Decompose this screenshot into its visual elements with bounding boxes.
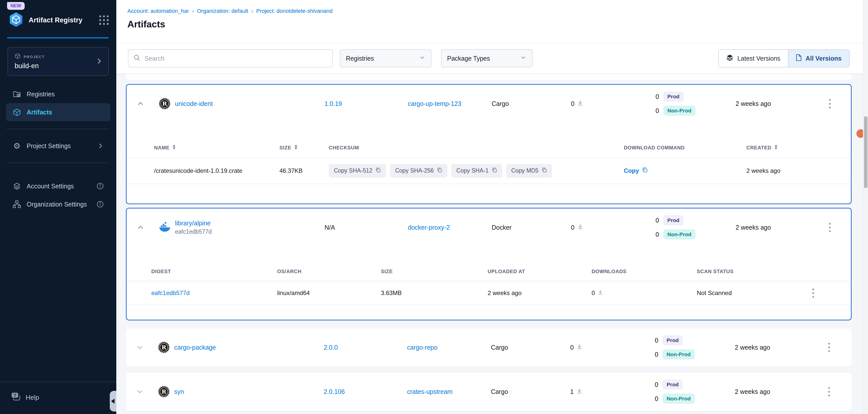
artifact-type: Cargo — [489, 388, 569, 395]
sidebar-collapse-button[interactable] — [110, 391, 116, 412]
download-icon — [576, 388, 583, 395]
file-name: /cratesunicode-ident-1.0.19.crate — [127, 167, 279, 174]
copy-icon — [541, 167, 547, 174]
prod-badge: Prod — [662, 335, 683, 345]
prod-badge: Prod — [663, 215, 683, 226]
package-types-filter-dropdown[interactable]: Package Types — [441, 49, 533, 67]
app-switcher-grid-icon[interactable] — [99, 15, 109, 25]
collapse-row-chevron-up-icon[interactable] — [127, 100, 154, 107]
artifact-registry-link[interactable]: docker-proxy-2 — [408, 224, 450, 231]
svg-text:R: R — [161, 344, 166, 351]
search-input[interactable] — [145, 55, 327, 62]
copy-md5-button[interactable]: Copy MD5 — [506, 164, 552, 178]
registries-filter-label: Registries — [346, 55, 374, 62]
vertical-scrollbar[interactable] — [863, 0, 868, 414]
breadcrumb-separator: › — [192, 7, 194, 14]
column-header-digest: DIGEST — [127, 269, 277, 274]
help-button[interactable]: ? Help — [0, 382, 116, 414]
sidebar-item-account-settings[interactable]: Account Settings — [6, 177, 110, 195]
artifact-card-unicode-ident: R unicode-ident 1.0.19 cargo-up-temp-123… — [126, 84, 851, 204]
all-versions-button[interactable]: All Versions — [788, 50, 849, 67]
updated-time: 2 weeks ago — [734, 224, 818, 231]
row-menu-kebab-icon[interactable] — [826, 98, 833, 110]
copy-sha512-button[interactable]: Copy SHA-512 — [329, 164, 386, 178]
registries-filter-dropdown[interactable]: Registries — [340, 49, 432, 67]
copy-download-command-button[interactable]: Copy — [624, 167, 648, 174]
copy-icon — [375, 167, 381, 174]
artifact-version-link[interactable]: 1.0.19 — [324, 100, 342, 107]
sidebar: NEW Artifact Registry — [0, 0, 116, 414]
artifact-row: library/alpine eafc1edb577d N/A docker-p… — [127, 208, 851, 246]
column-header-checksum: CHECKSUM — [328, 145, 624, 151]
artifact-row: R syn 2.0.106 crates-upstream Cargo 1 — [126, 373, 851, 411]
chevron-down-icon — [520, 54, 527, 62]
help-label: Help — [26, 393, 39, 402]
artifact-name-link[interactable]: library/alpine — [175, 219, 323, 227]
copy-icon — [642, 167, 648, 174]
breadcrumb-project[interactable]: Project: donotdelete-shivanand — [256, 8, 333, 14]
latest-versions-button[interactable]: Latest Versions — [719, 50, 788, 67]
updated-time: 2 weeks ago — [733, 344, 817, 351]
breadcrumb-account[interactable]: Account: automation_har — [127, 8, 189, 14]
column-header-downloads: DOWNLOADS — [592, 269, 697, 274]
column-header-size[interactable]: SIZE — [279, 145, 328, 151]
digest-uploaded-at: 2 weeks ago — [488, 289, 592, 297]
sidebar-item-project-settings[interactable]: ⚙ Project Settings — [6, 137, 110, 155]
copy-sha1-button[interactable]: Copy SHA-1 — [452, 164, 502, 178]
app-root: NEW Artifact Registry — [0, 0, 868, 414]
environment-counts: 0 Prod 0 Non-Prod — [637, 379, 733, 405]
artifact-name-link[interactable]: unicode-ident — [175, 100, 323, 107]
page-title: Artifacts — [127, 19, 868, 30]
collapse-row-chevron-up-icon[interactable] — [127, 224, 154, 231]
digests-table-header: DIGEST OS/ARCH SIZE UPLOADED AT DOWNLOAD… — [127, 246, 851, 281]
sidebar-item-organization-settings[interactable]: Organization Settings — [6, 195, 110, 213]
artifact-version-link[interactable]: 2.0.106 — [324, 388, 345, 395]
breadcrumb-organization[interactable]: Organization: default — [197, 8, 248, 14]
row-menu-kebab-icon[interactable] — [826, 341, 833, 354]
info-icon[interactable] — [97, 201, 104, 208]
docker-package-icon — [154, 222, 174, 233]
sidebar-item-registries[interactable]: Registries — [6, 85, 110, 103]
downloads-count: 0 — [571, 224, 575, 231]
artifact-list: R unicode-ident 1.0.19 cargo-up-temp-123… — [116, 73, 868, 414]
sidebar-item-label: Artifacts — [27, 109, 52, 116]
column-header-created[interactable]: CREATED — [746, 145, 851, 151]
artifact-version-link[interactable]: 2.0.0 — [324, 344, 338, 351]
column-header-scan-status: SCAN STATUS — [697, 269, 810, 274]
artifact-name-link[interactable]: cargo-package — [174, 344, 322, 351]
copy-icon — [437, 167, 442, 174]
row-menu-kebab-icon[interactable] — [826, 221, 833, 234]
artifact-row: R cargo-package 2.0.0 cargo-repo Cargo 0 — [126, 329, 851, 366]
info-icon[interactable] — [97, 183, 104, 189]
scrollbar-thumb[interactable] — [864, 116, 868, 188]
artifact-registry-link[interactable]: cargo-up-temp-123 — [408, 100, 461, 107]
column-header-name[interactable]: NAME — [127, 145, 279, 151]
sort-icon — [774, 145, 778, 151]
digest-link[interactable]: eafc1edb577d — [151, 289, 190, 296]
svg-text:R: R — [162, 100, 167, 107]
help-chat-icon: ? — [11, 392, 21, 403]
project-label: PROJECT — [24, 55, 44, 59]
expand-row-chevron-down-icon[interactable] — [126, 388, 154, 395]
breadcrumb-separator: › — [251, 7, 253, 14]
partial-row-above — [126, 73, 851, 80]
svg-text:R: R — [161, 388, 166, 395]
artifact-name-link[interactable]: syn — [174, 388, 322, 395]
copy-sha256-button[interactable]: Copy SHA-256 — [390, 164, 447, 178]
digest-menu-kebab-icon[interactable] — [810, 287, 817, 299]
expand-row-chevron-down-icon[interactable] — [126, 344, 154, 351]
artifact-registry-link[interactable]: cargo-repo — [407, 344, 437, 351]
breadcrumb: Account: automation_har › Organization: … — [127, 7, 868, 14]
artifact-type: Cargo — [490, 100, 570, 107]
row-menu-kebab-icon[interactable] — [826, 386, 833, 398]
divider — [6, 163, 110, 163]
download-icon — [597, 289, 603, 297]
updated-time: 2 weeks ago — [734, 100, 818, 107]
column-header-os-arch: OS/ARCH — [277, 269, 381, 274]
column-header-download-command: DOWNLOAD COMMAND — [624, 145, 746, 151]
sidebar-item-artifacts[interactable]: Artifacts — [6, 103, 110, 121]
files-table-header: NAME SIZE CHECKSUM DOWNLOAD COMMAND CREA… — [127, 123, 851, 158]
project-selector[interactable]: PROJECT build-en — [7, 47, 109, 76]
artifact-registry-link[interactable]: crates-upstream — [407, 388, 453, 395]
cargo-package-icon: R — [154, 386, 173, 398]
